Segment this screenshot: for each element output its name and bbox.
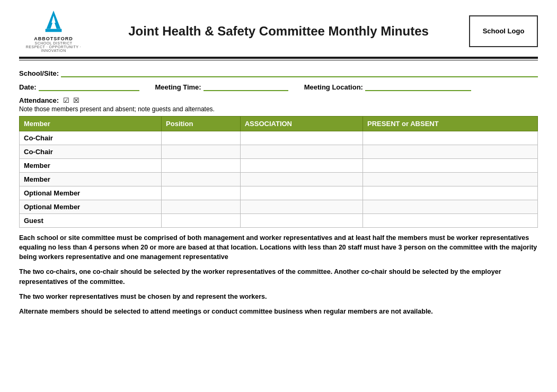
table-cell-member: Member [20,173,162,186]
table-row: Optional Member [20,200,538,214]
table-cell-present_absent [363,131,538,145]
table-cell-present_absent [363,145,538,159]
checkbox-checked-icon: ☑ [63,96,69,104]
meeting-location-field[interactable] [365,82,471,91]
table-cell-present_absent [363,186,538,200]
notes-container: Each school or site committee must be co… [19,233,538,316]
svg-rect-1 [46,29,62,32]
note-paragraph-3: The two worker representatives must be c… [19,292,538,301]
table-cell-association [240,145,363,159]
attendance-label: Attendance: [19,96,59,104]
table-cell-position [162,173,241,186]
table-cell-association [240,131,363,145]
table-cell-member: Guest [20,214,162,228]
table-cell-position [162,159,241,173]
school-logo-box: School Logo [469,15,538,47]
attendance-section: Attendance: ☑ ☒ Note those members prese… [19,96,538,228]
table-cell-present_absent [363,173,538,186]
main-title: Joint Health & Safety Committee Monthly … [88,24,469,39]
table-body: Co-ChairCo-ChairMemberMemberOptional Mem… [20,131,538,228]
checkbox-x-icon: ☒ [73,96,79,104]
table-row: Optional Member [20,186,538,200]
note-paragraph-1: Each school or site committee must be co… [19,233,538,262]
table-cell-member: Member [20,159,162,173]
table-cell-member: Co-Chair [20,131,162,145]
attendance-header-row: Attendance: ☑ ☒ [19,96,538,104]
note-paragraph-2: The two co-chairs, one co-chair should b… [19,267,538,286]
table-cell-association [240,200,363,214]
note-paragraph-4: Alternate members should be selected to … [19,307,538,316]
table-cell-member: Co-Chair [20,145,162,159]
date-row: Date: Meeting Time: Meeting Location: [19,82,538,91]
table-cell-present_absent [363,159,538,173]
meeting-time-label: Meeting Time: [155,83,201,91]
col-present-absent: PRESENT or ABSENT [363,117,538,131]
table-cell-association [240,173,363,186]
table-head: Member Position ASSOCIATION PRESENT or A… [20,117,538,131]
table-row: Co-Chair [20,145,538,159]
district-name: ABBOTSFORD [34,36,73,41]
col-member: Member [20,117,162,131]
school-district-logo: ABBOTSFORD SCHOOL DISTRICT RESPECT · OPP… [19,10,88,52]
attendance-table: Member Position ASSOCIATION PRESENT or A… [19,116,538,228]
logo-svg [38,10,69,36]
district-tagline: RESPECT · OPPORTUNITY · INNOVATION [19,45,88,52]
table-row: Member [20,173,538,186]
table-cell-present_absent [363,214,538,228]
table-row: Co-Chair [20,131,538,145]
table-cell-position [162,131,241,145]
table-cell-association [240,186,363,200]
table-row: Member [20,159,538,173]
table-cell-position [162,145,241,159]
meeting-time-field[interactable] [204,82,288,91]
table-cell-member: Optional Member [20,200,162,214]
school-site-field[interactable] [61,68,538,77]
district-sub: SCHOOL DISTRICT [34,41,72,45]
table-cell-position [162,186,241,200]
table-cell-position [162,200,241,214]
date-label: Date: [19,83,37,91]
table-cell-position [162,214,241,228]
attendance-note: Note those members present and absent; n… [19,105,538,113]
thick-divider [19,57,538,59]
meeting-location-label: Meeting Location: [304,83,363,91]
form-section: School/Site: Date: Meeting Time: Meeting… [19,68,538,91]
table-header-row: Member Position ASSOCIATION PRESENT or A… [20,117,538,131]
page: ABBOTSFORD SCHOOL DISTRICT RESPECT · OPP… [0,0,557,334]
school-logo-label: School Logo [483,27,525,35]
header: ABBOTSFORD SCHOOL DISTRICT RESPECT · OPP… [19,10,538,52]
col-association: ASSOCIATION [240,117,363,131]
table-cell-member: Optional Member [20,186,162,200]
school-site-row: School/Site: [19,68,538,77]
notes-section: Each school or site committee must be co… [19,233,538,316]
table-cell-association [240,159,363,173]
school-site-label: School/Site: [19,69,59,77]
col-position: Position [162,117,241,131]
document-title-area: Joint Health & Safety Committee Monthly … [88,24,469,39]
table-cell-present_absent [363,200,538,214]
table-row: Guest [20,214,538,228]
thin-divider [19,60,538,60]
date-field[interactable] [39,82,139,91]
table-cell-association [240,214,363,228]
